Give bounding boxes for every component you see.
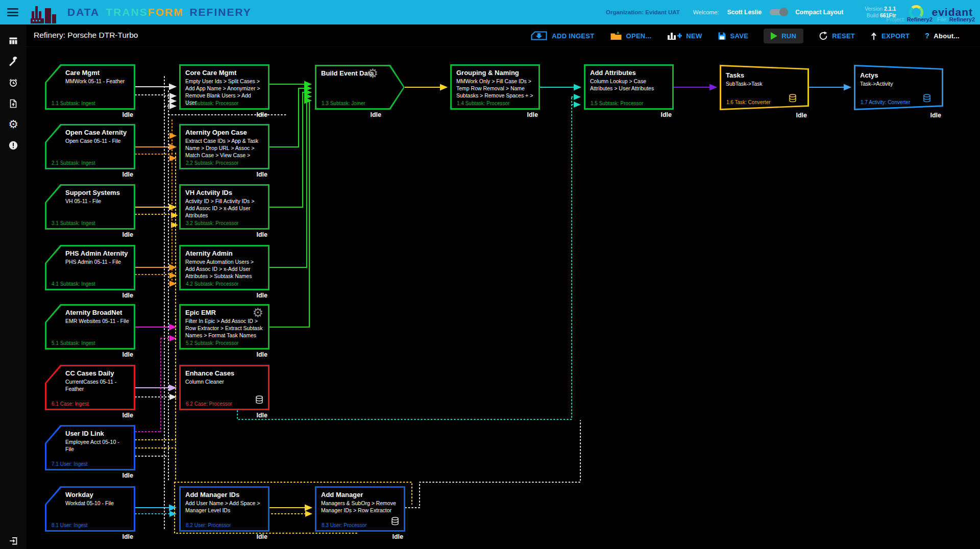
- version-label: Version: [865, 6, 883, 12]
- node-title: CC Cases Daily: [65, 369, 129, 377]
- node-tag: 3.1 Subtask: Ingest: [52, 220, 95, 226]
- file-value: Refinery2: [949, 16, 975, 22]
- brand-form: FORM: [148, 6, 184, 18]
- node-grouping-naming[interactable]: Grouping & Naming MMWork Only > Fill Cas…: [450, 64, 540, 110]
- canvas[interactable]: Care Mgmt MMWork 05-11 - Feather 1.1 Sub…: [0, 0, 980, 549]
- database-icon: [923, 94, 931, 105]
- node-cc-cases-daily[interactable]: CC Cases Daily CurrentCases 05-11 - Feat…: [45, 365, 135, 410]
- gear-icon[interactable]: ⚙: [367, 67, 378, 80]
- node-add-attributes[interactable]: Add Attributes Column Lookup > Case Attr…: [584, 64, 674, 110]
- node-care-mgmt[interactable]: Care Mgmt MMWork 05-11 - Feather 1.1 Sub…: [45, 64, 135, 110]
- node-title: Tasks: [726, 71, 803, 79]
- node-status: Idle: [796, 112, 807, 119]
- node-status: Idle: [122, 292, 133, 299]
- node-vh-activity-ids[interactable]: VH Actviity IDs Activity ID > Fill Activ…: [179, 184, 270, 230]
- wrench-icon[interactable]: [7, 56, 19, 68]
- project-label: Project:: [886, 16, 905, 22]
- node-tag: 4.2 Subtask: Processor: [186, 281, 238, 287]
- node-build-event-data[interactable]: ⚙ Build Event Data 1.3 Subtask: Joiner I…: [315, 65, 405, 110]
- button-label: OPEN...: [626, 32, 652, 40]
- folder-icon: [610, 31, 622, 40]
- node-status: Idle: [256, 231, 267, 238]
- node-status: Idle: [660, 111, 672, 118]
- node-title: Add Attributes: [590, 69, 668, 77]
- node-title: Core Care Mgmt: [185, 69, 263, 77]
- node-add-manager[interactable]: Add Manager Managers & SubOrg > Remove M…: [315, 486, 405, 532]
- node-status: Idle: [122, 472, 133, 479]
- file-upload-icon[interactable]: [7, 97, 19, 110]
- node-body: Extract Case IDs > App & Task Name > Dro…: [185, 138, 263, 159]
- button-label: RESET: [832, 32, 855, 40]
- run-button[interactable]: RUN: [764, 29, 803, 43]
- button-label: SAVE: [730, 32, 749, 40]
- node-enhance-cases[interactable]: Enhance Cases Column Cleaner 6.2 Case: P…: [179, 365, 270, 410]
- node-title: User ID Link: [65, 430, 129, 437]
- about-button[interactable]: ? About...: [925, 32, 960, 40]
- compact-layout-label: Compact Layout: [795, 9, 843, 16]
- gear-icon[interactable]: ⚙: [252, 307, 263, 319]
- node-body: Activity ID > Fill Activity IDs > Add As…: [185, 198, 263, 219]
- node-title: Epic EMR: [185, 309, 263, 316]
- menu-icon[interactable]: [7, 8, 18, 16]
- open-button[interactable]: OPEN...: [610, 31, 652, 40]
- node-tasks[interactable]: Tasks SubTask->Task 1.6 Task: Converter …: [720, 65, 809, 110]
- node-status: Idle: [930, 112, 941, 119]
- exit-icon[interactable]: [7, 535, 19, 547]
- node-status: Idle: [256, 111, 267, 118]
- node-aternity-open-case[interactable]: Aternity Open Case Extract Case IDs > Ap…: [179, 124, 270, 169]
- alert-icon[interactable]: [7, 139, 19, 152]
- node-title: Aternity Open Case: [185, 129, 263, 136]
- brand-data: DATA: [67, 6, 100, 18]
- node-user-id-link[interactable]: User ID Link Employee Acct 05-10 - File …: [45, 425, 135, 470]
- node-status: Idle: [122, 412, 133, 419]
- user-name: Scott Leslie: [727, 9, 762, 16]
- add-ingest-button[interactable]: ADD INGEST: [530, 31, 594, 41]
- node-tag: 1.4 Subtask: Processor: [457, 101, 509, 106]
- reset-button[interactable]: RESET: [819, 31, 855, 40]
- build-label: Build: [867, 12, 878, 18]
- node-tag: 1.1 Subtask: Ingest: [52, 101, 95, 106]
- node-add-manager-ids[interactable]: Add Manager IDs Add User Name > Add Spac…: [179, 486, 270, 532]
- new-button[interactable]: NEW: [667, 31, 702, 41]
- node-support-systems[interactable]: Support Systems VH 05-11 - File 3.1 Subt…: [45, 184, 135, 230]
- node-open-case-aternity[interactable]: Open Case Aternity Open Case 05-11 - Fil…: [45, 124, 135, 169]
- file-label: File:: [937, 16, 948, 22]
- node-title: Support Systems: [65, 189, 129, 196]
- node-status: Idle: [256, 412, 267, 419]
- save-button[interactable]: SAVE: [718, 32, 749, 40]
- compact-layout-toggle[interactable]: [770, 9, 787, 15]
- node-workday[interactable]: Workday Workdat 05-10 - File 8.1 User: I…: [45, 486, 135, 532]
- node-body: EMR Websites 05-11 - File: [65, 318, 129, 325]
- node-aternity-admin[interactable]: Aternity Admin Remove Automation Users >…: [179, 245, 270, 290]
- table-icon[interactable]: [7, 35, 19, 47]
- alarm-clock-icon[interactable]: [7, 77, 19, 89]
- node-body: Filter In Epic > Add Assoc ID > Row Extr…: [185, 318, 263, 339]
- question-icon: ?: [925, 32, 929, 40]
- node-tag: 8.1 User: Ingest: [52, 522, 88, 528]
- export-button[interactable]: EXPORT: [870, 32, 910, 40]
- node-status: Idle: [256, 533, 267, 540]
- node-phs-admin-aternity[interactable]: PHS Admin Aternity PHS Admin 05-11 - Fil…: [45, 245, 135, 290]
- toggle-knob: [779, 8, 788, 16]
- node-title: Aternity Admin: [185, 249, 263, 257]
- database-icon: [789, 94, 797, 105]
- button-label: EXPORT: [881, 32, 910, 40]
- node-title: Add Manager IDs: [185, 491, 263, 498]
- node-core-care-mgmt[interactable]: Core Care Mgmt Empty User Ids > Split Ca…: [179, 64, 270, 110]
- node-epic-emr[interactable]: ⚙ Epic EMR Filter In Epic > Add Assoc ID…: [179, 304, 270, 350]
- node-body: Managers & SubOrg > Remove Manager IDs >…: [321, 500, 399, 514]
- node-status: Idle: [122, 171, 133, 178]
- node-actys[interactable]: Actys Task->Activity 1.7 Activity: Conve…: [854, 65, 943, 110]
- gear-icon[interactable]: ⚙: [7, 118, 19, 131]
- node-body: VH 05-11 - File: [65, 198, 129, 205]
- node-title: Add Manager: [321, 491, 399, 498]
- node-tag: 1.5 Subtask: Processor: [591, 101, 643, 106]
- node-status: Idle: [392, 533, 403, 540]
- new-refinery-icon: [667, 31, 682, 41]
- brand-refinery: REFINERY: [189, 6, 251, 18]
- database-icon: [391, 517, 399, 528]
- top-bar: DATA TRANSFORM REFINERY Organization: Ev…: [0, 0, 980, 24]
- node-body: Task->Activity: [860, 81, 937, 88]
- node-aternity-broadnet[interactable]: Aternity BroadNet EMR Websites 05-11 - F…: [45, 304, 135, 350]
- node-body: Column Lookup > Case Attributes > User A…: [590, 78, 668, 92]
